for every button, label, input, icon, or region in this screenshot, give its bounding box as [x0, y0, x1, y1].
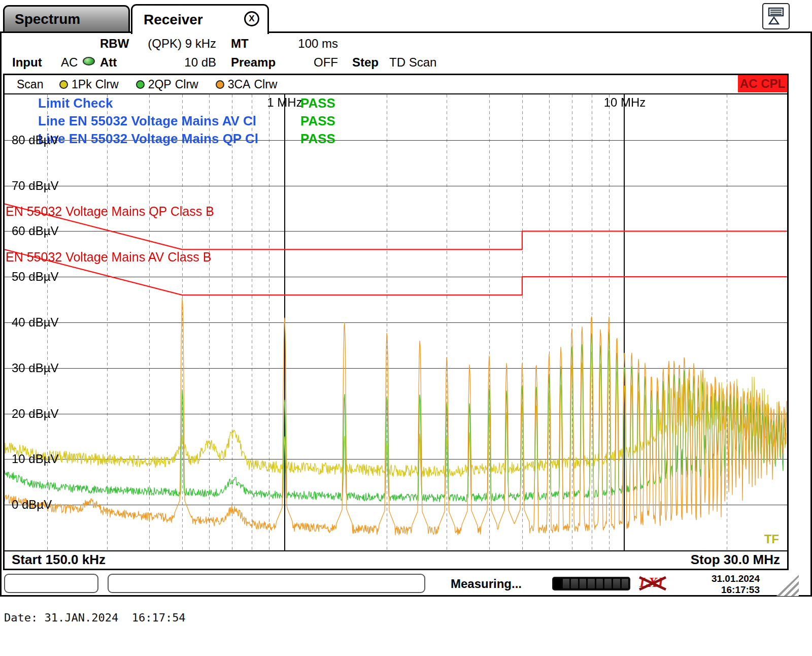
progress-segment [613, 579, 620, 588]
input-value[interactable]: AC [61, 55, 78, 70]
coupling-indicator: AC CPL [738, 75, 787, 92]
input-ac-led-indicator [83, 57, 95, 65]
trace-1pk-id: 1Pk [72, 78, 92, 91]
limit-check-title: Limit Check [38, 95, 113, 111]
progress-segment [580, 579, 587, 588]
mt-label: MT [231, 37, 249, 51]
y-axis-tick-label: 40 dBµV [12, 315, 59, 330]
limit-row-av-status: PASS [300, 113, 335, 129]
progress-segment [571, 579, 578, 588]
spectrum-plot[interactable]: Limit Check 1 MHz PASS 10 MHz Line EN 55… [5, 94, 787, 550]
x-axis-bar: Start 150.0 kHz Stop 30.0 MHz [5, 550, 787, 568]
trace-3ca-button[interactable]: 3CA Clrw [216, 78, 278, 91]
lxi-error-cross-icon [637, 576, 668, 591]
progress-segment [563, 579, 570, 588]
rbw-value[interactable]: (QPK) 9 kHz [122, 37, 216, 51]
display-triangle-icon [766, 7, 786, 26]
input-label: Input [12, 55, 42, 70]
limit-check-status: PASS [300, 95, 335, 111]
y-axis-tick-label: 20 dBµV [12, 407, 59, 421]
progress-segment [588, 579, 595, 588]
trace-3ca-color-dot [216, 80, 224, 89]
limit-line-av-name: EN 55032 Voltage Mains AV Class B [6, 250, 211, 265]
status-field-2[interactable] [108, 574, 425, 593]
trace-2qp-button[interactable]: 2QP Clrw [136, 78, 198, 91]
transducer-indicator: TF [764, 532, 779, 546]
spectrum-canvas[interactable] [5, 94, 787, 550]
measuring-status-label: Measuring... [451, 577, 522, 591]
hardcopy-date-line: Date: 31.JAN.2024 16:17:54 [4, 611, 186, 624]
status-field-1[interactable] [4, 574, 98, 593]
y-axis-tick-label: 80 dBµV [12, 133, 59, 147]
y-axis-tick-label: 60 dBµV [12, 224, 59, 238]
tab-receiver-label: Receiver [144, 12, 203, 28]
limit-row-qp-label: Line EN 55032 Voltage Mains QP Cl [38, 131, 258, 147]
tab-spectrum-label: Spectrum [15, 11, 80, 27]
trace-legend: 1Pk Clrw 2QP Clrw 3CA Clrw [59, 75, 277, 93]
trace-1pk-button[interactable]: 1Pk Clrw [59, 78, 119, 91]
trace-3ca-mode: Clrw [254, 78, 277, 91]
trace-2qp-mode: Clrw [175, 78, 198, 91]
y-axis-tick-label: 70 dBµV [12, 179, 59, 193]
close-icon[interactable]: X [244, 11, 259, 26]
progress-segment [604, 579, 612, 588]
trace-2qp-id: 2QP [148, 78, 172, 91]
limit-row-qp-status: PASS [300, 131, 335, 147]
scan-bar: Scan 1Pk Clrw 2QP Clrw 3CA Clrw A [5, 75, 787, 94]
status-time: 16:17:53 [712, 584, 760, 596]
preamp-value[interactable]: OFF [264, 55, 338, 70]
datetime-display: 31.01.2024 16:17:53 [712, 573, 760, 596]
progress-segment [596, 579, 603, 588]
screenshot-button[interactable] [762, 3, 790, 29]
measurement-frame: Scan 1Pk Clrw 2QP Clrw 3CA Clrw A [3, 74, 789, 570]
limit-line-qp-name: EN 55032 Voltage Mains QP Class B [6, 204, 214, 219]
att-label: Att [100, 55, 117, 70]
progress-segment [554, 579, 561, 588]
y-axis-tick-label: 30 dBµV [12, 361, 59, 375]
progress-segment [622, 579, 629, 588]
limit-row-av-label: Line EN 55032 Voltage Mains AV Cl [38, 113, 256, 129]
att-value[interactable]: 10 dB [122, 55, 216, 70]
measurement-progress-bar [552, 577, 630, 591]
y-axis-tick-label: 50 dBµV [12, 270, 59, 284]
trace-2qp-color-dot [136, 80, 145, 89]
y-axis-tick-label: 0 dBµV [12, 498, 52, 512]
scan-label: Scan [17, 78, 43, 91]
stop-frequency-label: Stop 30.0 MHz [691, 552, 780, 568]
x-marker-10mhz: 10 MHz [599, 95, 650, 110]
status-date: 31.01.2024 [712, 573, 760, 584]
instrument-screen: Spectrum Receiver X RBW (QPK) 9 kHz MT 1… [0, 0, 812, 598]
lxi-status-icon: LXI [637, 576, 668, 591]
trace-1pk-color-dot [59, 80, 68, 89]
tab-spectrum[interactable]: Spectrum [3, 5, 130, 31]
step-value[interactable]: TD Scan [389, 55, 436, 70]
tab-receiver[interactable]: Receiver X [131, 4, 269, 34]
step-label: Step [352, 55, 379, 70]
mt-value[interactable]: 100 ms [264, 37, 338, 51]
trace-1pk-mode: Clrw [95, 78, 119, 91]
y-axis-tick-label: 10 dBµV [12, 452, 59, 466]
start-frequency-label: Start 150.0 kHz [12, 552, 106, 568]
close-icon-glyph: X [249, 14, 254, 24]
trace-3ca-id: 3CA [228, 78, 251, 91]
